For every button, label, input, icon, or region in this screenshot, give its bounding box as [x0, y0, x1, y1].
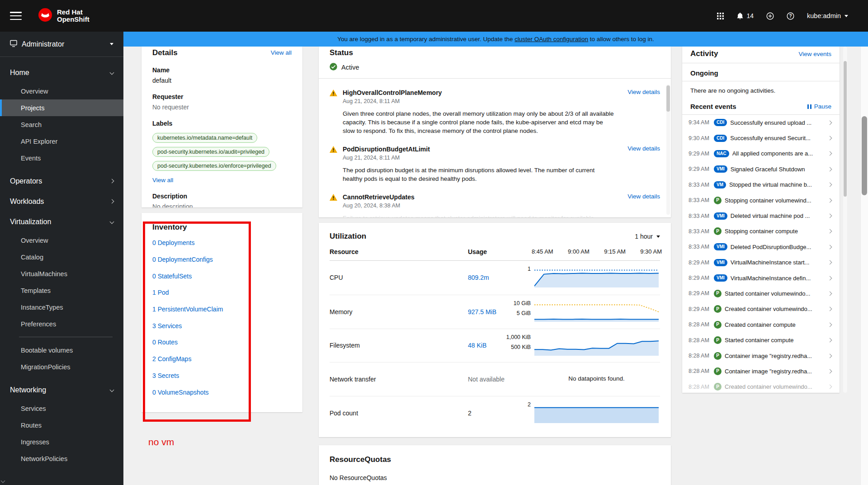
view-events-link[interactable]: View events	[798, 51, 831, 57]
sidebar-item-services[interactable]: Services	[0, 400, 123, 417]
chevron-right-icon	[828, 183, 832, 187]
nav-section-virtualization[interactable]: Virtualization	[0, 212, 123, 232]
oauth-config-link[interactable]: cluster OAuth configuration	[514, 36, 588, 42]
sidebar-item-preferences[interactable]: Preferences	[0, 315, 123, 332]
utilization-row-memory: Memory 927.5 MiB 10 GiB 5 GiB	[330, 295, 660, 329]
sidebar-item-virtualmachines[interactable]: VirtualMachines	[0, 265, 123, 282]
inventory-link-secrets[interactable]: 3 Secrets	[152, 372, 179, 379]
event-source-badge: VMI	[714, 243, 727, 250]
event-time: 8:33 AM	[689, 182, 714, 188]
inventory-link-deploymentconfigs[interactable]: 0 DeploymentConfigs	[152, 256, 213, 263]
app-launcher-icon[interactable]	[717, 13, 724, 19]
chevron-right-icon	[828, 276, 832, 280]
event-message: Container image "registry.redha...	[725, 353, 825, 359]
inventory-link-volumesnapshots[interactable]: 0 VolumeSnapshots	[152, 389, 209, 396]
event-row[interactable]: 8:29 AM P Started container volumewindo.…	[682, 286, 840, 301]
event-message: Started container volumewindo...	[725, 290, 825, 297]
chevron-right-icon	[828, 120, 832, 125]
event-row[interactable]: 8:29 AM VMI VirtualMachineInstance defin…	[682, 270, 840, 286]
alert-date: Aug 21, 2024, 8:11 AM	[343, 98, 621, 104]
sidebar-item-overview[interactable]: Overview	[0, 83, 123, 99]
usage-value-link[interactable]: 809.2m	[468, 274, 534, 281]
event-row[interactable]: 9:29 AM NAC All applied components are a…	[682, 146, 840, 161]
sidebar-item-ingresses[interactable]: Ingresses	[0, 433, 123, 450]
inventory-link-statefulsets[interactable]: 0 StatefulSets	[152, 273, 192, 280]
status-scrollbar[interactable]	[666, 85, 670, 215]
event-row[interactable]: 8:29 AM VMI VirtualMachineInstance start…	[682, 255, 840, 270]
event-message: VirtualMachineInstance defin...	[731, 275, 825, 282]
event-row[interactable]: 9:34 AM CDI Successfully ensured upload …	[682, 115, 840, 130]
requester-value: No requester	[152, 104, 292, 111]
activity-scrollbar[interactable]	[843, 47, 847, 393]
help-icon[interactable]: ?	[787, 12, 794, 20]
event-row[interactable]: 8:28 AM P Created container compute	[682, 317, 840, 332]
sidebar-item-virt-overview[interactable]: Overview	[0, 232, 123, 249]
inventory-link-deployments[interactable]: 0 Deployments	[152, 239, 194, 246]
event-row[interactable]: 8:33 AM VM Stopped the virtual machine b…	[682, 177, 840, 193]
event-message: Successfully ensured Securit...	[730, 135, 825, 141]
sidebar-item-projects[interactable]: Projects	[0, 99, 123, 116]
sidebar-item-api-explorer[interactable]: API Explorer	[0, 133, 123, 150]
activity-card: Activity View events Ongoing There are n…	[682, 47, 840, 393]
sidebar-scroll-down-icon[interactable]	[1, 479, 5, 483]
view-details-link[interactable]: View details	[627, 89, 660, 135]
event-message: Created container volumewindo...	[725, 383, 825, 390]
user-menu[interactable]: kube:admin	[807, 12, 848, 19]
ongoing-title: Ongoing	[690, 69, 718, 77]
chevron-down-icon	[844, 15, 848, 17]
sidebar-item-templates[interactable]: Templates	[0, 282, 123, 299]
view-details-link[interactable]: View details	[627, 145, 660, 183]
event-row[interactable]: 8:33 AM P Stopping container volumewind.…	[682, 193, 840, 208]
event-row[interactable]: 8:28 AM P Container image "registry.redh…	[682, 363, 840, 379]
details-view-all-link[interactable]: View all	[271, 49, 292, 56]
inventory-link-services[interactable]: 3 Services	[152, 322, 182, 330]
event-row[interactable]: 8:28 AM P Container image "registry.redh…	[682, 348, 840, 363]
labels-view-all-link[interactable]: View all	[152, 177, 292, 184]
event-source-badge: P	[714, 321, 722, 329]
inventory-link-pods[interactable]: 1 Pod	[152, 289, 169, 296]
perspective-switcher[interactable]: Administrator	[0, 32, 123, 57]
nav-toggle-icon[interactable]	[10, 12, 22, 20]
description-label: Description	[152, 193, 292, 200]
chevron-right-icon	[828, 338, 832, 343]
event-row[interactable]: 8:28 AM P Started container compute	[682, 332, 840, 348]
event-row[interactable]: 8:33 AM VMI Deleted PodDisruptionBudge..…	[682, 239, 840, 254]
chevron-right-icon	[828, 292, 832, 296]
label-pill: pod-security.kubernetes.io/audit=privile…	[152, 147, 269, 157]
notifications-bell-icon[interactable]: 14	[736, 12, 754, 20]
event-row[interactable]: 8:33 AM P Stopping container compute	[682, 224, 840, 239]
sidebar-item-instancetypes[interactable]: InstanceTypes	[0, 299, 123, 315]
scrollbar-thumb[interactable]	[862, 116, 867, 195]
sidebar-item-routes[interactable]: Routes	[0, 417, 123, 433]
event-row[interactable]: 8:33 AM VMI Deleted virtual machine pod …	[682, 208, 840, 223]
chevron-down-icon	[110, 71, 114, 75]
import-plus-icon[interactable]	[766, 12, 774, 20]
sidebar-item-bootable-volumes[interactable]: Bootable volumes	[0, 342, 123, 358]
scrollbar-thumb[interactable]	[844, 61, 847, 197]
event-message: Stopped the virtual machine b...	[729, 181, 825, 188]
page-scrollbar[interactable]	[860, 47, 868, 485]
event-row[interactable]: 9:29 AM VMI Signaled Graceful Shutdown	[682, 161, 840, 177]
pause-button[interactable]: Pause	[807, 103, 831, 110]
nav-section-home[interactable]: Home	[0, 62, 123, 83]
status-card: Status Active HighOverallControlPlaneMem…	[319, 47, 671, 217]
inventory-link-pvcs[interactable]: 1 PersistentVolumeClaim	[152, 306, 223, 313]
label-pill: kubernetes.io/metadata.name=default	[152, 133, 257, 143]
inventory-link-configmaps[interactable]: 2 ConfigMaps	[152, 355, 191, 363]
event-row[interactable]: 8:29 AM P Created container volumewindo.…	[682, 301, 840, 317]
sidebar-item-search[interactable]: Search	[0, 116, 123, 133]
sidebar-item-migrationpolicies[interactable]: MigrationPolicies	[0, 358, 123, 375]
alert-item: HighOverallControlPlaneMemory Aug 21, 20…	[330, 89, 660, 135]
sidebar-item-events[interactable]: Events	[0, 150, 123, 166]
inventory-link-routes[interactable]: 0 Routes	[152, 339, 178, 346]
event-row[interactable]: 9:30 AM CDI Successfully ensured Securit…	[682, 130, 840, 146]
event-row[interactable]: 8:28 AM P Created container volumewindo.…	[682, 379, 840, 393]
sidebar-item-networkpolicies[interactable]: NetworkPolicies	[0, 450, 123, 467]
brand[interactable]: Red Hat OpenShift	[38, 8, 90, 24]
nav-section-operators[interactable]: Operators	[0, 171, 123, 191]
nav-section-workloads[interactable]: Workloads	[0, 191, 123, 212]
sidebar-item-catalog[interactable]: Catalog	[0, 249, 123, 265]
sidebar: Administrator Home Overview Projects Sea…	[0, 32, 123, 485]
nav-section-networking[interactable]: Networking	[0, 380, 123, 400]
duration-dropdown[interactable]: 1 hour	[635, 233, 660, 240]
